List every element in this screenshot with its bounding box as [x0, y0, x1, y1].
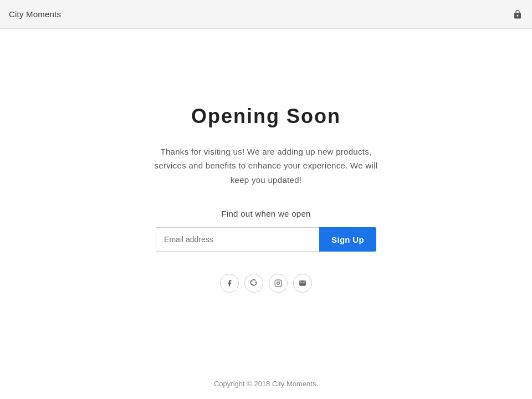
description-text: Thanks for visiting us! We are adding up…	[150, 145, 382, 187]
google-plus-icon[interactable]	[244, 274, 263, 293]
page-title: Opening Soon	[191, 105, 341, 128]
instagram-icon[interactable]	[269, 274, 288, 293]
social-icons	[220, 274, 312, 293]
svg-rect-0	[275, 280, 282, 287]
copyright-text: Copyright © 2018 City Moments.	[214, 380, 318, 388]
facebook-icon[interactable]	[220, 274, 239, 293]
svg-point-2	[279, 281, 280, 282]
header: City Moments	[0, 0, 532, 29]
lock-icon	[512, 8, 523, 21]
find-out-label: Find out when we open	[221, 209, 310, 218]
main-content: Opening Soon Thanks for visiting us! We …	[0, 29, 532, 369]
footer: Copyright © 2018 City Moments.	[0, 369, 532, 399]
site-logo: City Moments	[9, 9, 61, 19]
svg-point-1	[277, 282, 280, 285]
email-form: Sign Up	[156, 227, 376, 252]
email-social-icon[interactable]	[293, 274, 312, 293]
email-input[interactable]	[156, 227, 319, 252]
signup-button[interactable]: Sign Up	[319, 227, 376, 252]
